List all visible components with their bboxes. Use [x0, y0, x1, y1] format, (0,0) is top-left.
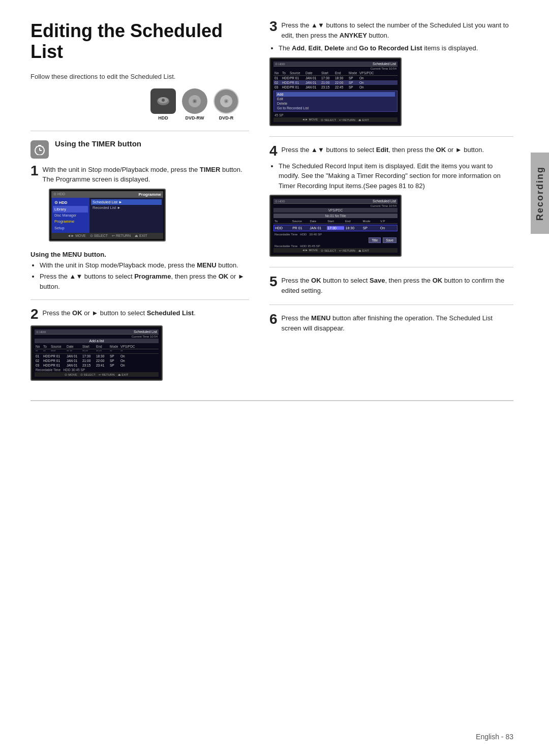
save-button[interactable]: Save — [383, 237, 396, 243]
input-form-screen: ⊙ HDD Scheduled List Current Time 10:54 … — [269, 195, 402, 257]
step-6-number: 6 — [269, 312, 278, 326]
scheduled-list-screen-2: ⊙ HDD Scheduled List Current Time 10:54 … — [30, 325, 163, 381]
step-2-text: Press the OK or ► button to select Sched… — [43, 308, 196, 318]
menu-bullet-2: Press the ▲▼ buttons to select Programme… — [40, 271, 249, 291]
svg-point-5 — [194, 100, 196, 102]
step-6: 6 Press the MENU button after finishing … — [269, 313, 513, 333]
step-1: 1 With the unit in Stop mode/Playback mo… — [30, 165, 249, 241]
step-5-text: Press the OK button to select Save, then… — [282, 276, 513, 295]
page-title: Editing the Scheduled List — [30, 20, 249, 63]
svg-point-8 — [226, 100, 227, 102]
dvd-r-device-icon: DVD-R — [214, 88, 239, 120]
timer-section: Using the TIMER button — [30, 139, 249, 159]
hdd-label: HDD — [158, 115, 168, 120]
dvd-rw-device-icon: DVD-RW — [182, 88, 207, 120]
step-2-number: 2 — [30, 307, 39, 321]
step-6-text: Press the MENU button after finishing th… — [282, 313, 513, 333]
step-3-bullet: The Add, Edit, Delete and Go to Recorded… — [279, 43, 513, 53]
step-4-text: Press the ▲▼ buttons to select Edit, the… — [282, 145, 484, 155]
step-5: 5 Press the OK button to select Save, th… — [269, 276, 513, 295]
timer-icon — [30, 140, 49, 159]
intro-text: Follow these directions to edit the Sche… — [30, 73, 249, 80]
title-button[interactable]: Title — [369, 237, 381, 243]
side-recording-tab: Recording — [531, 153, 549, 234]
step-3-text: Press the ▲▼ buttons to select the numbe… — [282, 20, 513, 40]
step-5-number: 5 — [269, 275, 278, 289]
svg-rect-12 — [38, 145, 41, 146]
programme-screen: ⊙ HDD Programme ⊙ HDD Library Disc Manag… — [49, 189, 166, 241]
step-4-bullet: The Scheduled Record Input item is displ… — [279, 161, 513, 191]
step-2: 2 Press the OK or ► button to select Sch… — [30, 308, 249, 381]
step-4: 4 Press the ▲▼ buttons to select Edit, t… — [269, 145, 513, 257]
hdd-device-icon: HDD — [150, 88, 176, 120]
menu-bullet-1: With the unit in Stop mode/Playback mode… — [40, 260, 249, 270]
step-3-number: 3 — [269, 19, 278, 34]
svg-point-2 — [162, 99, 165, 102]
device-icons: HDD DVD-RW DVD-R — [30, 88, 239, 120]
scheduled-list-screen-3: ⊙ HDD Scheduled List Current Time 10:54 … — [269, 57, 402, 126]
dvd-rw-label: DVD-RW — [186, 115, 204, 120]
using-menu-section: Using the MENU button. With the unit in … — [30, 251, 249, 292]
timer-section-heading: Using the TIMER button — [55, 139, 141, 148]
page-number: English - 83 — [476, 733, 513, 741]
using-menu-title: Using the MENU button. — [30, 251, 249, 258]
dvd-r-label: DVD-R — [219, 115, 234, 120]
step-4-number: 4 — [269, 144, 278, 158]
step-1-number: 1 — [30, 164, 39, 178]
step-3: 3 Press the ▲▼ buttons to select the num… — [269, 20, 513, 126]
step-1-text: With the unit in Stop mode/Playback mode… — [43, 165, 249, 185]
